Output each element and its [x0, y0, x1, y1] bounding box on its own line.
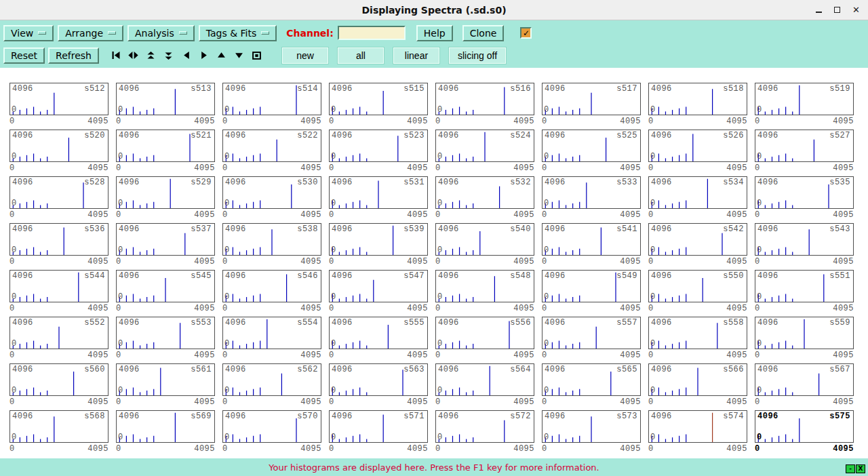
spectrum-cell[interactable]: 4096 s540 0 0 4095: [435, 223, 534, 270]
spectrum-panel[interactable]: 4096 s527 0: [755, 130, 854, 162]
spectrum-cell[interactable]: 4096 s539 0 0 4095: [329, 223, 428, 270]
spectrum-panel[interactable]: 4096 s571 0: [329, 410, 428, 443]
spectrum-panel[interactable]: 4096 s566 0: [648, 363, 747, 396]
skip-left-button[interactable]: [108, 48, 124, 62]
spectrum-panel[interactable]: 4096 s539 0: [329, 223, 428, 256]
spectrum-panel[interactable]: 4096 s541 0: [542, 223, 641, 256]
spectrum-panel[interactable]: 4096 s553 0: [116, 317, 215, 349]
spectrum-panel[interactable]: 4096 s542 0: [648, 223, 747, 256]
double-up-button[interactable]: [143, 48, 159, 62]
spectrum-cell[interactable]: 4096 s531 0 0 4095: [329, 176, 428, 223]
spectrum-cell[interactable]: 4096 s526 0 0 4095: [648, 130, 747, 176]
spectrum-panel[interactable]: 4096 s556 0: [435, 317, 534, 349]
spectrum-panel[interactable]: 4096 s554 0: [222, 317, 321, 349]
spectrum-cell[interactable]: 4096 s516 0 0 4095: [435, 83, 534, 130]
menu-tags-fits[interactable]: Tags & Fits: [199, 25, 277, 41]
spectrum-cell[interactable]: 4096 s555 0 0 4095: [329, 317, 428, 363]
spectrum-cell[interactable]: 4096 s518 0 0 4095: [648, 83, 747, 130]
spectrum-panel[interactable]: 4096 s569 0: [116, 410, 215, 443]
spectrum-panel[interactable]: 4096 s545 0: [116, 270, 215, 302]
spectrum-panel[interactable]: 4096 s562 0: [222, 363, 321, 396]
spectrum-cell[interactable]: 4096 s514 0 0 4095: [222, 83, 321, 130]
spectrum-panel[interactable]: 4096 s570 0: [222, 410, 321, 443]
spectrum-panel[interactable]: 4096 s572 0: [435, 410, 534, 443]
spectrum-panel[interactable]: 4096 s550 0: [648, 270, 747, 302]
spectrum-cell[interactable]: 4096 s546 0 0 4095: [222, 270, 321, 317]
refresh-button[interactable]: Refresh: [48, 47, 99, 64]
all-button[interactable]: all: [338, 47, 384, 64]
spectrum-panel[interactable]: 4096 s555 0: [329, 317, 428, 349]
maximize-icon[interactable]: [834, 5, 840, 14]
spectrum-cell[interactable]: 4096 s572 0 0 4095: [435, 410, 534, 457]
slicing-button[interactable]: slicing off: [449, 47, 506, 64]
spectrum-cell[interactable]: 4096 s575 0 0 4095: [755, 410, 854, 457]
linear-button[interactable]: linear: [393, 47, 439, 64]
spectrum-panel[interactable]: 4096 s514 0: [222, 83, 321, 115]
spectrum-panel[interactable]: 4096 s535 0: [755, 176, 854, 209]
spectrum-panel[interactable]: 4096 s549 0: [542, 270, 641, 302]
spectrum-panel[interactable]: 4096 s540 0: [435, 223, 534, 256]
spectrum-cell[interactable]: 4096 s543 0 0 4095: [755, 223, 854, 270]
spectrum-cell[interactable]: 4096 s560 0 0 4095: [9, 363, 108, 410]
right-button[interactable]: [196, 48, 212, 62]
spectrum-panel[interactable]: 4096 s560 0: [9, 363, 108, 396]
spectrum-panel[interactable]: 4096 s559 0: [755, 317, 854, 349]
spectrum-panel[interactable]: 4096 s525 0: [542, 130, 641, 162]
spectrum-cell[interactable]: 4096 s542 0 0 4095: [648, 223, 747, 270]
minimize-icon[interactable]: [816, 5, 822, 14]
spectrum-cell[interactable]: 4096 s571 0 0 4095: [329, 410, 428, 457]
spectrum-cell[interactable]: 4096 s568 0 0 4095: [9, 410, 108, 457]
channel-input[interactable]: [338, 26, 406, 40]
spectrum-panel[interactable]: 4096 s519 0: [755, 83, 854, 115]
spectrum-cell[interactable]: 4096 s551 0 0 4095: [755, 270, 854, 317]
spectrum-panel[interactable]: 4096 s561 0: [116, 363, 215, 396]
spectrum-panel[interactable]: 4096 s536 0: [9, 223, 108, 256]
spectrum-cell[interactable]: 4096 s533 0 0 4095: [542, 176, 641, 223]
spectrum-cell[interactable]: 4096 s564 0 0 4095: [435, 363, 534, 410]
spectrum-cell[interactable]: 4096 s530 0 0 4095: [222, 176, 321, 223]
spectrum-cell[interactable]: 4096 s517 0 0 4095: [542, 83, 641, 130]
new-button[interactable]: new: [282, 47, 328, 64]
spectrum-panel[interactable]: 4096 s534 0: [648, 176, 747, 209]
spectrum-panel[interactable]: 4096 s557 0: [542, 317, 641, 349]
spectrum-cell[interactable]: 4096 s544 0 0 4095: [9, 270, 108, 317]
spectrum-panel[interactable]: 4096 s573 0: [542, 410, 641, 443]
spectrum-cell[interactable]: 4096 s513 0 0 4095: [116, 83, 215, 130]
spectrum-panel[interactable]: 4096 s530 0: [222, 176, 321, 209]
spectrum-panel[interactable]: 4096 s567 0: [755, 363, 854, 396]
spectrum-cell[interactable]: 4096 s512 0 0 4095: [9, 83, 108, 130]
spectrum-cell[interactable]: 4096 s534 0 0 4095: [648, 176, 747, 223]
spectrum-cell[interactable]: 4096 s535 0 0 4095: [755, 176, 854, 223]
spectrum-cell[interactable]: 4096 s524 0 0 4095: [435, 130, 534, 176]
spectrum-cell[interactable]: 4096 s515 0 0 4095: [329, 83, 428, 130]
up-button[interactable]: [214, 48, 230, 62]
spectrum-cell[interactable]: 4096 s566 0 0 4095: [648, 363, 747, 410]
spectrum-cell[interactable]: 4096 s529 0 0 4095: [116, 176, 215, 223]
spectrum-cell[interactable]: 4096 s541 0 0 4095: [542, 223, 641, 270]
menu-analysis[interactable]: Analysis: [127, 25, 195, 41]
spectrum-cell[interactable]: 4096 s569 0 0 4095: [116, 410, 215, 457]
spectrum-cell[interactable]: 4096 s523 0 0 4095: [329, 130, 428, 176]
checkbox[interactable]: ✓: [520, 27, 532, 39]
spectrum-cell[interactable]: 4096 s522 0 0 4095: [222, 130, 321, 176]
spectrum-panel[interactable]: 4096 s537 0: [116, 223, 215, 256]
spectrum-cell[interactable]: 4096 s536 0 0 4095: [9, 223, 108, 270]
spectrum-cell[interactable]: 4096 s525 0 0 4095: [542, 130, 641, 176]
spectrum-panel[interactable]: 4096 s547 0: [329, 270, 428, 302]
spectrum-panel[interactable]: 4096 s564 0: [435, 363, 534, 396]
spectrum-panel[interactable]: 4096 s568 0: [9, 410, 108, 443]
spectrum-cell[interactable]: 4096 s553 0 0 4095: [116, 317, 215, 363]
spectrum-cell[interactable]: 4096 s561 0 0 4095: [116, 363, 215, 410]
spectrum-panel[interactable]: 4096 s513 0: [116, 83, 215, 115]
spectrum-cell[interactable]: 4096 s574 0 0 4095: [648, 410, 747, 457]
spectrum-panel[interactable]: 4096 s524 0: [435, 130, 534, 162]
spectrum-panel[interactable]: 4096 s563 0: [329, 363, 428, 396]
spectrum-cell[interactable]: 4096 s548 0 0 4095: [435, 270, 534, 317]
spectrum-panel[interactable]: 4096 s565 0: [542, 363, 641, 396]
spectrum-cell[interactable]: 4096 s556 0 0 4095: [435, 317, 534, 363]
spectrum-panel[interactable]: 4096 s522 0: [222, 130, 321, 162]
spectrum-cell[interactable]: 4096 s537 0 0 4095: [116, 223, 215, 270]
spectrum-cell[interactable]: 4096 s559 0 0 4095: [755, 317, 854, 363]
spectrum-cell[interactable]: 4096 s532 0 0 4095: [435, 176, 534, 223]
down-button[interactable]: [231, 48, 248, 62]
